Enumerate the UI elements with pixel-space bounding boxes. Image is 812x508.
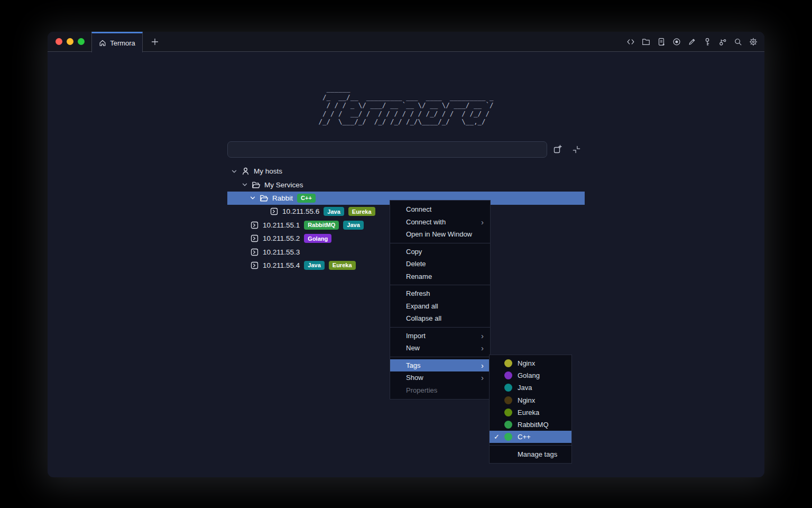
edit-icon[interactable]	[687, 37, 697, 47]
terminal-host-icon	[250, 221, 259, 230]
tag-badge: Java	[324, 207, 344, 216]
tree-row-my-services[interactable]: My Services	[227, 178, 585, 191]
menu-item-new[interactable]: New›	[390, 342, 490, 355]
tag-color-dot	[504, 371, 512, 379]
app-window: Termora ______ /_ __/__ _________ ___ __…	[48, 32, 764, 477]
tag-option[interactable]: Golang	[490, 369, 571, 382]
tag-color-dot	[504, 359, 512, 367]
code-icon[interactable]	[626, 37, 635, 47]
titlebar: Termora	[48, 32, 764, 52]
tree-label: 10.211.55.2	[263, 234, 300, 242]
plus-icon	[151, 38, 159, 46]
terminal-host-icon	[250, 234, 259, 243]
chevron-down-icon[interactable]	[250, 195, 256, 201]
folder-open-icon	[260, 194, 269, 203]
menu-item-expand-all[interactable]: Expand all	[390, 300, 490, 313]
tag-option[interactable]: Nginx	[490, 394, 571, 406]
collapse-all-icon[interactable]	[571, 144, 582, 155]
tree-label: 10.211.55.3	[263, 248, 300, 256]
log-icon[interactable]	[657, 37, 666, 47]
key-icon[interactable]	[703, 37, 712, 47]
minimize-button[interactable]	[67, 38, 73, 45]
menu-separator	[490, 445, 571, 446]
tree-label: 10.211.55.4	[263, 261, 300, 269]
terminal-host-icon	[270, 207, 279, 216]
tag-badge: Eureka	[348, 207, 375, 216]
menu-item-show[interactable]: Show›	[390, 371, 490, 384]
tag-badge: Golang	[304, 234, 331, 243]
menu-separator	[390, 285, 490, 285]
folder-open-icon	[252, 180, 261, 189]
tree-label: 10.211.55.6	[282, 207, 319, 215]
traffic-lights	[56, 38, 85, 45]
manage-tags-button[interactable]: Manage tags	[490, 448, 571, 461]
chevron-down-icon[interactable]	[242, 182, 248, 188]
tag-badge: Eureka	[329, 261, 356, 270]
user-icon	[241, 167, 250, 176]
submenu-arrow-icon: ›	[481, 218, 484, 226]
menu-separator	[390, 357, 490, 357]
folder-icon[interactable]	[641, 37, 651, 47]
tree-label: 10.211.55.1	[263, 221, 300, 229]
terminal-host-icon	[250, 248, 259, 257]
tag-option[interactable]: RabbitMQ	[490, 419, 571, 431]
search-icon[interactable]	[733, 37, 743, 47]
menu-item-connect[interactable]: Connect	[390, 203, 490, 216]
tab-label: Termora	[110, 39, 135, 47]
tree-label: My hosts	[254, 167, 282, 175]
submenu-arrow-icon: ›	[481, 344, 484, 352]
tag-color-dot	[504, 421, 512, 429]
tab-termora[interactable]: Termora	[91, 32, 143, 52]
tag-badge: Java	[304, 261, 324, 270]
menu-item-open-in-new-window[interactable]: Open in New Window	[390, 228, 490, 241]
menu-item-collapse-all[interactable]: Collapse all	[390, 312, 490, 325]
tags-submenu: Nginx Golang Java Nginx Eureka RabbitMQ …	[489, 355, 572, 464]
menu-item-delete[interactable]: Delete	[390, 258, 490, 270]
tree-label: Rabbit	[272, 194, 293, 202]
menu-separator	[390, 243, 490, 243]
menu-item-rename[interactable]: Rename	[390, 270, 490, 283]
tag-option[interactable]: Nginx	[490, 357, 571, 369]
tag-badge: C++	[297, 194, 316, 203]
home-icon	[99, 39, 106, 47]
tag-color-dot	[504, 384, 512, 392]
menu-item-tags[interactable]: Tags›	[390, 359, 490, 372]
menu-item-properties: Properties	[390, 384, 490, 397]
tree-row-my-hosts[interactable]: My hosts	[227, 165, 585, 178]
ascii-banner: ______ /_ __/__ _________ ___ ____ _____…	[48, 85, 764, 126]
context-menu: Connect Connect with› Open in New Window…	[390, 200, 491, 400]
toolbar	[626, 32, 758, 52]
menu-item-import[interactable]: Import›	[390, 330, 490, 342]
record-icon[interactable]	[672, 37, 681, 47]
settings-gear-icon[interactable]	[749, 37, 758, 47]
submenu-arrow-icon: ›	[481, 361, 484, 369]
new-tab-button[interactable]	[148, 35, 162, 49]
tag-badge: Java	[343, 221, 363, 230]
checkmark-icon: ✓	[494, 433, 504, 441]
menu-item-refresh[interactable]: Refresh	[390, 287, 490, 300]
menu-item-copy[interactable]: Copy	[390, 246, 490, 258]
tag-badge: RabbitMQ	[304, 221, 339, 230]
zoom-button[interactable]	[78, 38, 85, 45]
tag-option-checked[interactable]: ✓C++	[490, 431, 571, 443]
terminal-host-icon	[250, 261, 259, 270]
tag-option[interactable]: Eureka	[490, 406, 571, 419]
close-button[interactable]	[56, 38, 62, 45]
chevron-down-icon[interactable]	[231, 168, 237, 175]
ascii-art: ______ /_ __/__ _________ ___ ____ _____…	[318, 85, 493, 126]
submenu-arrow-icon: ›	[481, 332, 484, 340]
add-host-icon[interactable]	[552, 144, 563, 155]
keychain-icon[interactable]	[718, 37, 727, 47]
search-input[interactable]	[227, 141, 547, 158]
menu-item-connect-with[interactable]: Connect with›	[390, 216, 490, 229]
tag-option[interactable]: Java	[490, 382, 571, 394]
menu-separator	[390, 327, 490, 328]
tag-color-dot	[504, 396, 512, 404]
submenu-arrow-icon: ›	[481, 374, 484, 382]
tag-color-dot	[504, 409, 512, 416]
tag-color-dot	[504, 433, 512, 441]
tree-label: My Services	[264, 181, 303, 189]
